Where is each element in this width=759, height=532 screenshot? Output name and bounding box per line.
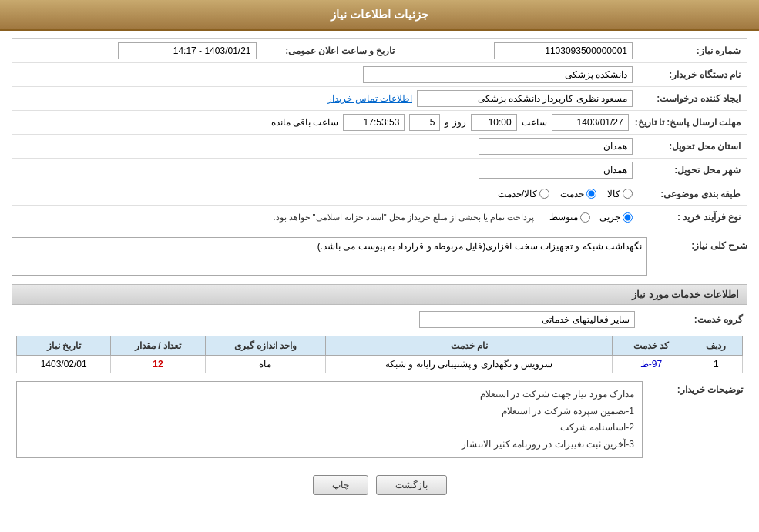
cell-tarikh: 1403/02/01 <box>17 356 111 373</box>
services-table: ردیف کد خدمت نام خدمت واحد اندازه گیری ت… <box>16 336 743 373</box>
row-noefarayand: نوع فرآیند خرید : جزیی متوسط پرداخت تمام… <box>12 206 747 229</box>
mohlat-rooz-label: روز و <box>445 117 465 128</box>
tarikh-alan-input[interactable] <box>118 42 257 59</box>
cell-nam: سرویس و نگهداری و پشتیبانی رایانه و شبکه <box>326 356 613 373</box>
mohlat-rooz-input[interactable] <box>409 114 440 131</box>
row-mohlat: مهلت ارسال پاسخ: تا تاریخ: ساعت روز و سا… <box>12 111 747 135</box>
noefarayand-value-cell: جزیی متوسط پرداخت تمام یا بخشی از مبلغ خ… <box>18 212 633 223</box>
radio-mottaset-label: متوسط <box>549 212 578 223</box>
radio-kala-input[interactable] <box>623 189 633 199</box>
table-row: 1 97-ط سرویس و نگهداری و پشتیبانی رایانه… <box>17 356 743 373</box>
ijad-konande-label: ایجاد کننده درخواست: <box>633 93 741 104</box>
mohlat-mandeh-input[interactable] <box>343 114 405 131</box>
radio-khadamat[interactable]: خدمت <box>560 189 596 199</box>
radio-kala[interactable]: کالا <box>607 189 633 199</box>
mohlat-mandeh-label: ساعت باقی مانده <box>271 117 339 128</box>
shomare-niaz-input[interactable] <box>494 42 633 59</box>
notes-line-0: مدارک مورد نیاز جهت شرکت در استعلام <box>25 386 634 403</box>
ijad-konande-input[interactable] <box>417 90 633 107</box>
radio-khadamat-label: خدمت <box>560 189 584 199</box>
mohlat-value-cell: ساعت روز و ساعت باقی مانده <box>18 114 629 131</box>
notes-label: توضیحات خریدار: <box>643 381 743 395</box>
nam-dastgah-value-cell <box>18 66 633 83</box>
shomare-niaz-value-cell <box>395 42 633 59</box>
tarikh-alan-value-cell <box>18 42 257 59</box>
mohlat-saat-input[interactable] <box>471 114 517 131</box>
row-shahr: شهر محل تحویل: <box>12 159 747 182</box>
row-shomare-tarikh: شماره نیاز: تاریخ و ساعت اعلان عمومی: <box>12 39 747 63</box>
notes-line-2: 2-اساسنامه شرکت <box>25 420 634 437</box>
group-service-row: گروه خدمت: <box>12 309 747 330</box>
tarikh-alan-label: تاریخ و ساعت اعلان عمومی: <box>257 45 395 56</box>
shahr-label: شهر محل تحویل: <box>633 165 741 176</box>
service-info-title: اطلاعات خدمات مورد نیاز <box>12 284 747 305</box>
notes-content: مدارک مورد نیاز جهت شرکت در استعلام 1-تض… <box>16 381 643 458</box>
mohlat-label: مهلت ارسال پاسخ: تا تاریخ: <box>629 117 741 128</box>
radio-mottaset[interactable]: متوسط <box>549 212 590 223</box>
notes-section: توضیحات خریدار: مدارک مورد نیاز جهت شرکت… <box>12 380 747 460</box>
etelaat-tamas-link[interactable]: اطلاعات تماس خریدار <box>327 93 412 104</box>
col-nam: نام خدمت <box>326 336 613 356</box>
col-vahed: واحد اندازه گیری <box>205 336 326 356</box>
nam-dastgah-label: نام دستگاه خریدار: <box>633 69 741 80</box>
radio-mottaset-input[interactable] <box>580 212 590 223</box>
col-kod: کد خدمت <box>613 336 690 356</box>
page-title: جزئیات اطلاعات نیاز <box>331 8 428 21</box>
tabaqe-label: طبقه بندی موضوعی: <box>633 189 741 199</box>
group-service-input[interactable] <box>419 311 635 328</box>
mohlat-saat-label: ساعت <box>522 117 547 128</box>
sharh-kolli-label: شرح کلی نیاز: <box>647 237 747 251</box>
radio-jozi-label: جزیی <box>599 212 620 223</box>
tabaqe-value-cell: کالا خدمت کالا/خدمت <box>18 189 633 199</box>
sharh-kolli-content <box>12 237 647 278</box>
radio-jozi[interactable]: جزیی <box>599 212 633 223</box>
ostan-label: استان محل تحویل: <box>633 141 741 152</box>
main-info-section: شماره نیاز: تاریخ و ساعت اعلان عمومی: نا… <box>12 38 747 229</box>
row-tabaqe: طبقه بندی موضوعی: کالا خدمت <box>12 182 747 206</box>
cell-radif: 1 <box>690 356 742 373</box>
noefarayand-label: نوع فرآیند خرید : <box>633 212 741 223</box>
cell-kod: 97-ط <box>613 356 690 373</box>
radio-khadamat-input[interactable] <box>586 189 596 199</box>
tabaqe-radio-group: کالا خدمت کالا/خدمت <box>498 189 633 199</box>
radio-kala-khadamat[interactable]: کالا/خدمت <box>498 189 549 199</box>
sharh-kolli-section: شرح کلی نیاز: <box>12 237 747 278</box>
group-service-value-cell <box>16 311 635 328</box>
ostan-value-cell <box>18 138 633 155</box>
group-service-label: گروه خدمت: <box>635 314 743 325</box>
nam-dastgah-input[interactable] <box>363 66 633 83</box>
radio-kala-khadamat-input[interactable] <box>539 189 549 199</box>
shahr-input[interactable] <box>479 162 633 179</box>
sharh-kolli-textarea[interactable] <box>12 237 647 276</box>
noefarayand-note: پرداخت تمام یا بخشی از مبلغ خریداز محل "… <box>273 212 534 223</box>
ijad-konande-value-cell: اطلاعات تماس خریدار <box>18 90 633 107</box>
col-tedad: تعداد / مقدار <box>111 336 205 356</box>
shahr-value-cell <box>18 162 633 179</box>
cell-vahed: ماه <box>205 356 326 373</box>
radio-jozi-input[interactable] <box>623 212 633 223</box>
back-button[interactable]: بازگشت <box>376 475 447 495</box>
row-ostan: استان محل تحویل: <box>12 135 747 159</box>
col-radif: ردیف <box>690 336 742 356</box>
shomare-niaz-label: شماره نیاز: <box>633 45 741 56</box>
row-nam-dastgah: نام دستگاه خریدار: <box>12 63 747 87</box>
button-row: بازگشت چاپ <box>12 467 747 507</box>
services-table-wrapper: ردیف کد خدمت نام خدمت واحد اندازه گیری ت… <box>12 336 747 380</box>
col-tarikh: تاریخ نیاز <box>17 336 111 356</box>
mohlat-date-input[interactable] <box>552 114 629 131</box>
print-button[interactable]: چاپ <box>313 475 368 495</box>
row-ijad-konande: ایجاد کننده درخواست: اطلاعات تماس خریدار <box>12 87 747 111</box>
radio-kala-label: کالا <box>607 189 620 199</box>
ostan-input[interactable] <box>479 138 633 155</box>
notes-line-3: 3-آخرین ثبت تغییرات در روزنامه کثیر الان… <box>25 437 634 453</box>
page-header: جزئیات اطلاعات نیاز <box>0 0 759 31</box>
cell-tedad: 12 <box>111 356 205 373</box>
radio-kala-khadamat-label: کالا/خدمت <box>498 189 537 199</box>
notes-line-1: 1-تضمین سپرده شرکت در استعلام <box>25 403 634 420</box>
